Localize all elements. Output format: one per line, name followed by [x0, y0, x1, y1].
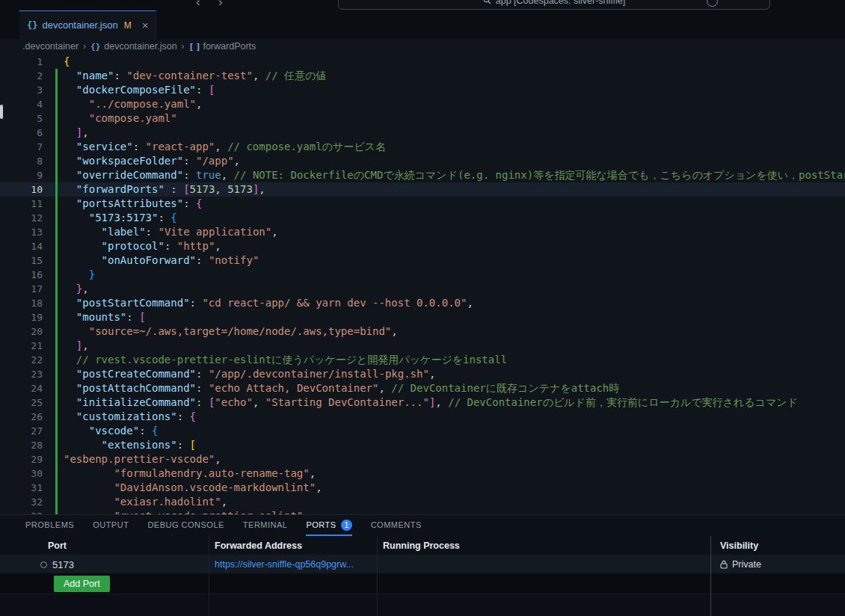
code-text[interactable]: ], [58, 339, 89, 353]
line-number[interactable]: 27 [0, 424, 43, 438]
code-line[interactable]: 15 "onAutoForward": "notify" [0, 253, 845, 268]
code-text[interactable]: "mounts": [ [58, 310, 146, 324]
command-center-search[interactable]: app [Codespaces: silver-sniffle] [338, 0, 770, 10]
code-line[interactable]: 4 "../compose.yaml", [0, 97, 845, 111]
line-number[interactable]: 8 [0, 154, 43, 168]
panel-tab-terminal[interactable]: TERMINAL [243, 515, 288, 536]
forwarded-address-link[interactable]: https://silver-sniffle-qp56q9pgrw... [215, 559, 354, 570]
breadcrumb-folder[interactable]: .devcontainer [22, 41, 79, 52]
code-line[interactable]: 33 "rvest.vscode-prettier-eslint", [0, 509, 845, 514]
code-text[interactable]: "rvest.vscode-prettier-eslint", [58, 509, 310, 514]
code-line[interactable]: 13 "label": "Vite application", [0, 225, 845, 239]
back-arrow-icon[interactable]: ‹ [196, 0, 200, 10]
code-text[interactable]: "compose.yaml" [58, 111, 177, 126]
line-number[interactable]: 12 [0, 211, 43, 225]
line-number[interactable]: 1 [0, 55, 43, 69]
code-text[interactable]: "exiasr.hadolint", [58, 495, 227, 509]
line-number[interactable]: 13 [0, 225, 43, 239]
code-line[interactable]: 2 "name": "dev-container-test", // 任意の値 [0, 69, 845, 83]
code-line[interactable]: 12 "5173:5173": { [0, 211, 845, 225]
code-text[interactable]: // rvest.vscode-prettier-eslintに使うパッケージと… [58, 353, 507, 367]
code-text[interactable]: "portsAttributes": { [58, 197, 202, 211]
code-text[interactable]: "esbenp.prettier-vscode", [58, 452, 221, 466]
line-number[interactable]: 31 [0, 481, 43, 495]
code-text[interactable]: "dockerComposeFile": [ [58, 83, 215, 97]
code-line[interactable]: 21 ], [0, 339, 845, 353]
line-number[interactable]: 2 [0, 69, 43, 83]
code-line[interactable]: 1{ [0, 55, 845, 69]
code-line[interactable]: 23 "postCreateCommand": "/app/.devcontai… [0, 367, 845, 381]
code-line[interactable]: 9 "overrideCommand": true, // NOTE: Dock… [0, 168, 845, 182]
add-port-button[interactable]: Add Port [54, 576, 110, 592]
forward-arrow-icon[interactable]: › [218, 0, 223, 10]
code-line[interactable]: 26 "customizations": { [0, 410, 845, 424]
code-line[interactable]: 5 "compose.yaml" [0, 111, 845, 126]
code-line[interactable]: 3 "dockerComposeFile": [ [0, 83, 845, 97]
code-line[interactable]: 6 ], [0, 126, 845, 140]
code-line[interactable]: 27 "vscode": { [0, 424, 845, 438]
code-text[interactable]: } [58, 268, 95, 282]
panel-tab-debug-console[interactable]: DEBUG CONSOLE [147, 515, 224, 536]
line-number[interactable]: 14 [0, 239, 43, 253]
visibility-cell[interactable]: Private [710, 559, 845, 570]
line-number[interactable]: 26 [0, 410, 43, 424]
code-text[interactable]: "name": "dev-container-test", // 任意の値 [58, 69, 326, 83]
code-line[interactable]: 19 "mounts": [ [0, 310, 845, 324]
code-text[interactable]: "label": "Vite application", [58, 225, 278, 239]
code-line[interactable]: 30 "formulahendry.auto-rename-tag", [0, 466, 845, 481]
line-number[interactable]: 32 [0, 495, 43, 509]
code-text[interactable]: "DavidAnson.vscode-markdownlint", [58, 481, 322, 495]
code-line[interactable]: 7 "service": "react-app", // compose.yam… [0, 140, 845, 154]
code-text[interactable]: "vscode": { [58, 424, 158, 438]
code-line[interactable]: 17 }, [0, 282, 845, 296]
code-text[interactable]: "onAutoForward": "notify" [58, 253, 259, 268]
code-line[interactable]: 32 "exiasr.hadolint", [0, 495, 845, 509]
code-line[interactable]: 20 "source=~/.aws,target=/home/node/.aws… [0, 324, 845, 339]
line-number[interactable]: 15 [0, 253, 43, 268]
code-text[interactable]: "formulahendry.auto-rename-tag", [58, 466, 316, 481]
code-text[interactable]: "postAttachCommand": "echo Attach, DevCo… [58, 381, 619, 395]
line-number[interactable]: 28 [0, 438, 43, 452]
code-line[interactable]: 31 "DavidAnson.vscode-markdownlint", [0, 481, 845, 495]
line-number[interactable]: 20 [0, 324, 43, 339]
code-line[interactable]: 29"esbenp.prettier-vscode", [0, 452, 845, 466]
code-text[interactable]: "customizations": { [58, 410, 196, 424]
code-text[interactable]: "5173:5173": { [58, 211, 177, 225]
line-number[interactable]: 9 [0, 168, 43, 182]
code-text[interactable]: "postCreateCommand": "/app/.devcontainer… [58, 367, 435, 381]
line-number[interactable]: 25 [0, 395, 43, 410]
code-line[interactable]: 22 // rvest.vscode-prettier-eslintに使うパッケ… [0, 353, 845, 367]
code-line[interactable]: 14 "protocol": "http", [0, 239, 845, 253]
breadcrumb-symbol[interactable]: forwardPorts [203, 41, 256, 52]
code-line[interactable]: 25 "initializeCommand": ["echo", "Starti… [0, 395, 845, 410]
code-line[interactable]: 24 "postAttachCommand": "echo Attach, De… [0, 381, 845, 395]
code-line[interactable]: 8 "workspaceFolder": "/app", [0, 154, 845, 168]
code-text[interactable]: "source=~/.aws,target=/home/node/.aws,ty… [58, 324, 398, 339]
code-editor[interactable]: 1{2 "name": "dev-container-test", // 任意の… [0, 54, 845, 514]
line-number[interactable]: 10 [0, 182, 43, 197]
code-text[interactable]: "overrideCommand": true, // NOTE: Docker… [58, 168, 845, 182]
breadcrumb-file[interactable]: devcontainer.json [104, 41, 176, 52]
tab-devcontainer-json[interactable]: {} devcontainer.json M × [19, 10, 156, 39]
code-text[interactable]: "initializeCommand": ["echo", "Starting … [58, 395, 798, 410]
code-text[interactable]: "service": "react-app", // compose.yamlの… [58, 140, 386, 154]
line-number[interactable]: 5 [0, 111, 43, 126]
line-number[interactable]: 6 [0, 126, 43, 140]
code-text[interactable]: }, [58, 282, 89, 296]
code-line[interactable]: 18 "postStartCommand": "cd react-app/ &&… [0, 296, 845, 310]
code-text[interactable]: "postStartCommand": "cd react-app/ && ya… [58, 296, 473, 310]
panel-tab-output[interactable]: OUTPUT [93, 515, 129, 536]
panel-tab-problems[interactable]: PROBLEMS [25, 515, 74, 536]
line-number[interactable]: 29 [0, 452, 43, 466]
panel-tab-comments[interactable]: COMMENTS [371, 515, 422, 536]
line-number[interactable]: 23 [0, 367, 43, 381]
line-number[interactable]: 22 [0, 353, 43, 367]
code-line[interactable]: 16 } [0, 268, 845, 282]
line-number[interactable]: 11 [0, 197, 43, 211]
code-line[interactable]: 11 "portsAttributes": { [0, 197, 845, 211]
line-number[interactable]: 3 [0, 83, 43, 97]
line-number[interactable]: 17 [0, 282, 43, 296]
code-text[interactable]: { [58, 55, 70, 69]
line-number[interactable]: 33 [0, 509, 43, 514]
code-text[interactable]: "../compose.yaml", [58, 97, 202, 111]
